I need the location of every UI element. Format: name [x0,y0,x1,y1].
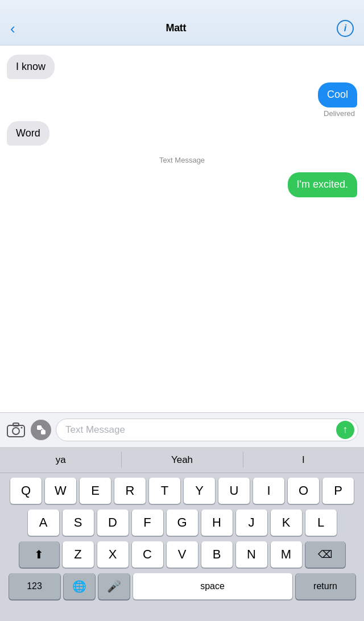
mic-icon: 🎤 [107,579,121,593]
key-w[interactable]: W [45,478,76,504]
message-text: Word [16,127,40,139]
key-t[interactable]: T [149,478,180,504]
received-bubble: I know [7,55,55,79]
delete-key[interactable]: ⌫ [305,541,345,568]
home-indicator [0,602,364,621]
globe-key[interactable]: 🌐 [64,573,95,599]
key-row-3: ⬆ Z X C V B N M ⌫ [2,541,362,568]
info-label: i [344,23,346,34]
messages-area: I know Cool Delivered Word Text Message … [0,45,364,412]
apps-circle-icon [31,420,51,440]
key-o[interactable]: O [288,478,319,504]
suggestions-row: ya Yeah I [0,447,364,473]
shift-key[interactable]: ⬆ [19,541,59,568]
globe-icon: 🌐 [72,579,86,593]
key-row-4: 123 🌐 🎤 space return [2,573,362,599]
back-chevron-icon: ‹ [10,21,15,36]
key-f[interactable]: F [132,510,163,536]
received-bubble: Word [7,121,49,146]
section-label: Text Message [7,156,357,164]
return-label: return [313,581,337,591]
key-d[interactable]: D [97,510,129,536]
send-arrow-icon: ↑ [343,424,348,434]
key-h[interactable]: H [201,510,233,536]
return-key[interactable]: return [296,573,355,599]
suggestion-i[interactable]: I [243,447,364,473]
delete-icon: ⌫ [318,548,332,561]
key-p[interactable]: P [322,478,354,504]
keyboard: ya Yeah I Q W E R T Y U I O P A S D F [0,447,364,621]
send-button[interactable]: ↑ [336,421,354,439]
key-j[interactable]: J [236,510,267,536]
suggestion-ya[interactable]: ya [0,447,121,473]
key-i[interactable]: I [253,478,284,504]
key-l[interactable]: L [305,510,337,536]
svg-point-1 [13,428,19,434]
mic-key[interactable]: 🎤 [98,573,130,599]
key-n[interactable]: N [236,541,267,568]
message-text: Cool [327,89,348,100]
svg-rect-2 [13,423,19,426]
key-g[interactable]: G [167,510,198,536]
key-e[interactable]: E [80,478,111,504]
numbers-label: 123 [27,581,42,591]
shift-icon: ⬆ [34,548,44,561]
apps-button[interactable] [31,420,51,440]
sent-bubble: Cool [318,82,357,107]
key-row-1: Q W E R T Y U I O P [2,478,362,504]
message-row: Word [7,121,357,146]
contact-name: Matt [166,22,186,34]
svg-point-3 [21,427,23,429]
message-text: I know [16,61,46,72]
message-placeholder: Text Message [65,424,125,436]
message-row: Cool Delivered [7,82,357,117]
key-m[interactable]: M [271,541,302,568]
key-b[interactable]: B [201,541,233,568]
info-button[interactable]: i [337,20,354,37]
space-key[interactable]: space [133,573,292,599]
key-r[interactable]: R [114,478,146,504]
key-c[interactable]: C [132,541,163,568]
message-row: I know [7,55,357,79]
sent-bubble: I'm excited. [288,172,357,197]
delivery-status: Delivered [324,109,355,118]
key-s[interactable]: S [63,510,94,536]
message-row: I'm excited. [7,172,357,197]
keys-area: Q W E R T Y U I O P A S D F G H J K L ⬆ [0,473,364,602]
suggestion-yeah[interactable]: Yeah [121,447,242,473]
back-button[interactable]: ‹ [10,21,15,36]
message-input[interactable]: Text Message ↑ [56,419,358,441]
key-row-2: A S D F G H J K L [2,510,362,536]
message-text: I'm excited. [297,179,348,190]
key-x[interactable]: X [97,541,129,568]
key-v[interactable]: V [167,541,198,568]
key-a[interactable]: A [28,510,59,536]
key-k[interactable]: K [271,510,302,536]
space-label: space [200,581,225,591]
key-u[interactable]: U [218,478,250,504]
key-z[interactable]: Z [63,541,94,568]
key-q[interactable]: Q [10,478,42,504]
apps-icon [35,424,47,436]
camera-icon [7,423,25,437]
camera-button[interactable] [6,420,26,440]
input-toolbar: Text Message ↑ [0,412,364,447]
navigation-header: ‹ Matt i [0,0,364,45]
numbers-key[interactable]: 123 [9,573,60,599]
key-y[interactable]: Y [184,478,215,504]
